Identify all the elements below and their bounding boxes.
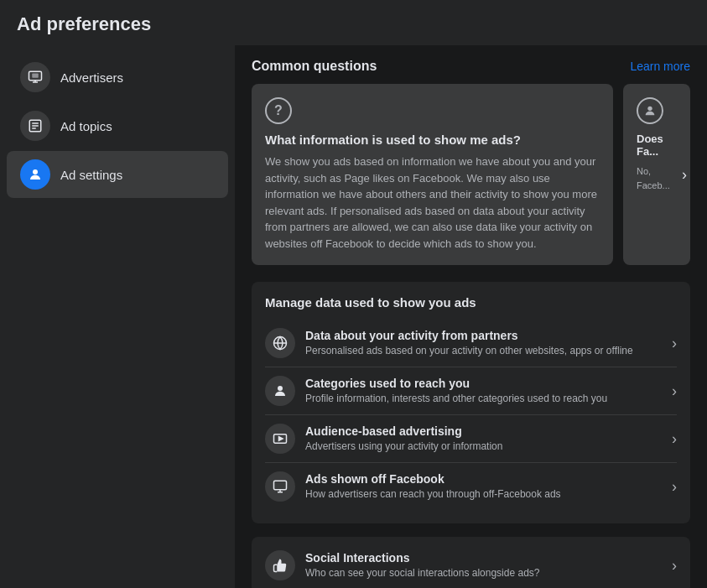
common-questions-title: Common questions <box>252 59 377 74</box>
question-card-2[interactable]: Does Fa... No, Faceb... › <box>623 84 690 265</box>
page-title: Ad preferences <box>0 0 707 45</box>
svg-point-8 <box>33 169 38 174</box>
sidebar-ad-settings-label: Ad settings <box>60 168 122 182</box>
off-facebook-desc: How advertisers can reach you through of… <box>305 487 662 502</box>
off-facebook-title: Ads shown off Facebook <box>305 472 662 486</box>
social-interactions-item[interactable]: Social Interactions Who can see your soc… <box>265 550 677 580</box>
off-facebook-icon <box>265 471 295 502</box>
off-facebook-chevron: › <box>672 478 677 496</box>
sidebar-item-ad-topics[interactable]: Ad topics <box>7 102 228 149</box>
audience-chevron: › <box>672 430 677 448</box>
manage-data-title: Manage data used to show you ads <box>265 295 677 310</box>
off-facebook-text: Ads shown off Facebook How advertisers c… <box>305 472 662 502</box>
sidebar-advertisers-label: Advertisers <box>60 70 123 85</box>
svg-point-12 <box>278 386 283 391</box>
card-title-2: Does Fa... <box>637 133 677 158</box>
sidebar-ad-topics-label: Ad topics <box>60 119 112 133</box>
card-body-2: No, Faceb... <box>637 164 677 192</box>
audience-text: Audience-based advertising Advertisers u… <box>305 424 662 454</box>
manage-item-categories[interactable]: Categories used to reach you Profile inf… <box>265 367 677 415</box>
sidebar-item-advertisers[interactable]: Advertisers <box>7 54 228 101</box>
social-chevron: › <box>672 557 677 575</box>
card-nav-arrow: › <box>682 166 687 184</box>
question-cards-row: ? What information is used to show me ad… <box>252 84 690 265</box>
categories-text: Categories used to reach you Profile inf… <box>305 377 662 406</box>
sidebar-item-ad-settings[interactable]: Ad settings <box>7 151 228 198</box>
svg-marker-14 <box>279 437 283 441</box>
advertisers-icon <box>20 62 50 92</box>
question-icon-2 <box>637 97 663 124</box>
card-body-1: We show you ads based on information we … <box>265 154 600 252</box>
manage-item-off-facebook[interactable]: Ads shown off Facebook How advertisers c… <box>265 463 677 510</box>
main-content: Common questions Learn more ? What infor… <box>235 45 707 588</box>
social-interactions-section: Social Interactions Who can see your soc… <box>252 537 690 588</box>
social-desc: Who can see your social interactions alo… <box>305 566 662 580</box>
sidebar: Advertisers Ad topics Ad settings <box>0 45 235 588</box>
manage-item-partners[interactable]: Data about your activity from partners P… <box>265 320 677 367</box>
partners-title: Data about your activity from partners <box>305 329 662 342</box>
audience-icon <box>265 424 295 454</box>
partners-chevron: › <box>672 335 677 352</box>
learn-more-link[interactable]: Learn more <box>630 60 690 73</box>
common-questions-header: Common questions Learn more <box>252 59 690 74</box>
categories-desc: Profile information, interests and other… <box>305 392 662 406</box>
categories-chevron: › <box>672 382 677 400</box>
partners-text: Data about your activity from partners P… <box>305 329 662 358</box>
ad-settings-icon <box>20 159 50 190</box>
partners-icon <box>265 328 295 358</box>
svg-rect-1 <box>32 74 39 78</box>
partners-desc: Personalised ads based on your activity … <box>305 344 662 358</box>
svg-rect-15 <box>274 481 287 490</box>
audience-desc: Advertisers using your activity or infor… <box>305 440 662 454</box>
question-icon-1: ? <box>265 97 292 124</box>
svg-point-9 <box>647 107 652 111</box>
question-card-1[interactable]: ? What information is used to show me ad… <box>252 84 613 265</box>
manage-item-audience[interactable]: Audience-based advertising Advertisers u… <box>265 415 677 463</box>
categories-title: Categories used to reach you <box>305 377 662 390</box>
card-title-1: What information is used to show me ads? <box>265 133 600 147</box>
audience-title: Audience-based advertising <box>305 424 662 438</box>
social-text: Social Interactions Who can see your soc… <box>305 551 662 580</box>
categories-icon <box>265 376 295 406</box>
ad-topics-icon <box>20 111 50 141</box>
social-title: Social Interactions <box>305 551 662 565</box>
manage-data-section: Manage data used to show you ads Data ab… <box>252 282 690 523</box>
social-icon <box>265 550 295 580</box>
